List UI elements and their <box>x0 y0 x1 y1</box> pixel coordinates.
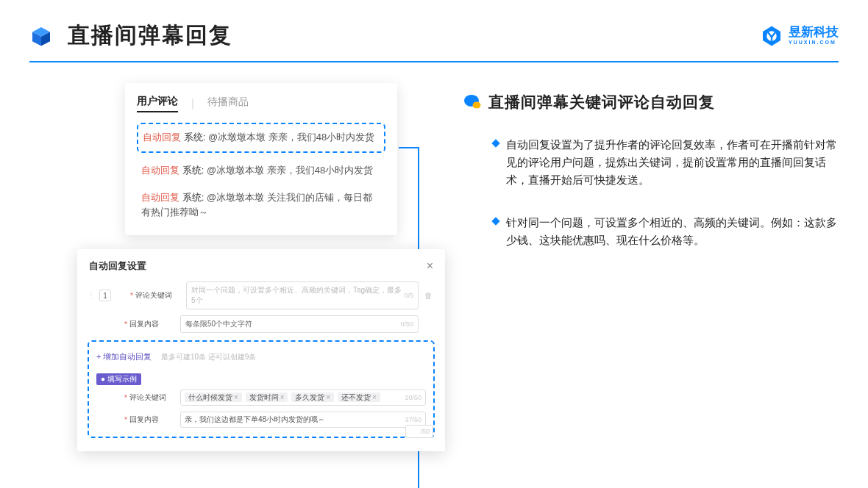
screenshot-column: 用户评论 | 待播商品 自动回复 系统: @冰墩墩本墩 亲亲，我们48小时内发货… <box>29 92 412 274</box>
tag-chip[interactable]: 发货时间× <box>246 392 288 402</box>
settings-modal-card: 自动回复设置 × ⋮⋮ 1 *评论关键词 对同一个问题，可设置多个相近、高频的关… <box>77 249 445 451</box>
comment-text: @冰墩墩本墩 亲亲，我们48小时内发货 <box>207 165 373 176</box>
bullet-text: 针对同一个问题，可设置多个相近的、高频的关键词。例如：这款多少钱、这块能优惠吗、… <box>506 214 839 249</box>
char-counter: 0/5 <box>404 292 413 299</box>
section-heading: 直播间弹幕关键词评论自动回复 <box>463 92 839 112</box>
tab-user-comments[interactable]: 用户评论 <box>137 95 178 112</box>
char-counter: 20/50 <box>405 394 421 401</box>
brand-name-cn: 昱新科技 <box>789 26 839 40</box>
page-title: 直播间弹幕回复 <box>68 21 232 51</box>
form-row-reply: *回复内容 每条限50个中文字符 0/50 <box>88 315 435 333</box>
comment-item: 自动回复 系统: @冰墩墩本墩 关注我们的店铺，每日都有热门推荐呦～ <box>137 184 385 227</box>
delete-icon[interactable]: 🗑 <box>424 291 435 300</box>
tab-products[interactable]: 待播商品 <box>207 96 249 112</box>
reply-label: *回复内容 <box>124 415 174 425</box>
diamond-bullet-icon <box>491 217 499 225</box>
header-left: 直播间弹幕回复 <box>29 21 232 51</box>
tab-row: 用户评论 | 待播商品 <box>137 95 385 112</box>
diamond-bullet-icon <box>491 139 499 147</box>
form-row-keyword: ⋮⋮ 1 *评论关键词 对同一个问题，可设置多个相近、高频的关键词，Tag确定，… <box>88 281 435 309</box>
system-tag: 系统: <box>182 192 204 203</box>
example-pill: ● 填写示例 <box>96 373 141 385</box>
add-auto-reply-link[interactable]: + 增加自动回复 <box>96 351 152 362</box>
brand-icon <box>761 25 783 47</box>
section-title: 直播间弹幕关键词评论自动回复 <box>488 92 715 112</box>
partial-counter: /50 <box>405 425 433 438</box>
keyword-label: *评论关键词 <box>124 392 174 403</box>
tab-separator: | <box>191 97 194 110</box>
example-keyword-input[interactable]: 什么时候发货× 发货时间× 多久发货× 还不发货× 20/50 <box>180 390 426 406</box>
drag-handle-icon[interactable]: ⋮⋮ <box>88 292 93 300</box>
example-reply-row: *回复内容 亲，我们这边都是下单48小时内发货的哦～ 37/50 <box>96 412 426 428</box>
char-counter: 37/50 <box>405 416 421 423</box>
comment-item-highlighted: 自动回复 系统: @冰墩墩本墩 亲亲，我们48小时内发货 <box>137 123 385 153</box>
bullet-item: 针对同一个问题，可设置多个相近的、高频的关键词。例如：这款多少钱、这块能优惠吗、… <box>463 214 839 249</box>
auto-reply-tag: 自动回复 <box>141 192 179 203</box>
cube-icon <box>29 24 53 48</box>
page-header: 直播间弹幕回复 昱新科技 YUUXIN.COM <box>0 0 868 61</box>
comments-card: 用户评论 | 待播商品 自动回复 系统: @冰墩墩本墩 亲亲，我们48小时内发货… <box>125 83 397 235</box>
bullet-item: 自动回复设置为了提升作者的评论回复效率，作者可在开播前针对常见的评论用户问题，提… <box>463 136 839 189</box>
bullet-text: 自动回复设置为了提升作者的评论回复效率，作者可在开播前针对常见的评论用户问题，提… <box>506 136 839 189</box>
connector-line <box>399 147 419 148</box>
example-reply-input[interactable]: 亲，我们这边都是下单48小时内发货的哦～ 37/50 <box>180 412 426 428</box>
close-icon[interactable]: × <box>427 259 433 273</box>
item-number: 1 <box>99 290 111 301</box>
brand-logo: 昱新科技 YUUXIN.COM <box>761 25 839 47</box>
add-hint-text: 最多可建10条 还可以创建9条 <box>161 353 256 361</box>
bubble-icon <box>463 94 480 110</box>
auto-reply-tag: 自动回复 <box>143 132 181 143</box>
svg-point-5 <box>473 102 481 109</box>
auto-reply-tag: 自动回复 <box>141 165 179 176</box>
brand-name-en: YUUXIN.COM <box>789 40 839 46</box>
system-tag: 系统: <box>184 132 206 143</box>
system-tag: 系统: <box>182 165 204 176</box>
tag-chip[interactable]: 多久发货× <box>291 392 334 402</box>
keyword-input[interactable]: 对同一个问题，可设置多个相近、高频的关键词，Tag确定，最多5个 0/5 <box>186 281 419 309</box>
keyword-label: *评论关键词 <box>130 290 180 301</box>
comment-item: 自动回复 系统: @冰墩墩本墩 亲亲，我们48小时内发货 <box>137 157 385 184</box>
example-area: + 增加自动回复 最多可建10条 还可以创建9条 ● 填写示例 *评论关键词 什… <box>88 340 435 438</box>
reply-label: *回复内容 <box>124 319 174 329</box>
modal-title: 自动回复设置 <box>89 259 146 273</box>
tag-chip[interactable]: 什么时候发货× <box>185 392 242 402</box>
example-keyword-row: *评论关键词 什么时候发货× 发货时间× 多久发货× 还不发货× 20/50 <box>96 390 426 406</box>
description-column: 直播间弹幕关键词评论自动回复 自动回复设置为了提升作者的评论回复效率，作者可在开… <box>441 92 839 274</box>
comment-text: @冰墩墩本墩 亲亲，我们48小时内发货 <box>208 132 374 143</box>
tag-chip[interactable]: 还不发货× <box>338 392 380 402</box>
char-counter: 0/50 <box>400 320 413 328</box>
reply-input[interactable]: 每条限50个中文字符 0/50 <box>180 315 419 333</box>
